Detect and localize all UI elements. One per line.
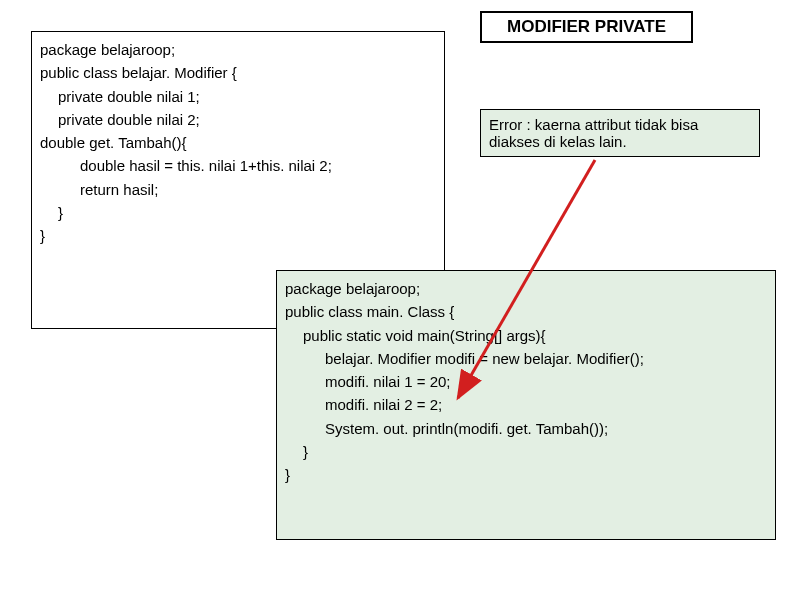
code-line: System. out. println(modifi. get. Tambah… bbox=[285, 417, 767, 440]
code-line: } bbox=[40, 201, 436, 224]
code-line: double get. Tambah(){ bbox=[40, 131, 436, 154]
code-line: } bbox=[285, 440, 767, 463]
code-line: double hasil = this. nilai 1+this. nilai… bbox=[40, 154, 436, 177]
code-line: package belajaroop; bbox=[40, 38, 436, 61]
title-text: MODIFIER PRIVATE bbox=[507, 17, 666, 36]
code-line: public static void main(String[] args){ bbox=[285, 324, 767, 347]
title-box: MODIFIER PRIVATE bbox=[480, 11, 693, 43]
code-line: package belajaroop; bbox=[285, 277, 767, 300]
error-text: Error : kaerna attribut tidak bisa diaks… bbox=[489, 116, 698, 150]
code-line: private double nilai 2; bbox=[40, 108, 436, 131]
code-line: private double nilai 1; bbox=[40, 85, 436, 108]
code-line: modifi. nilai 1 = 20; bbox=[285, 370, 767, 393]
code-line: belajar. Modifier modifi = new belajar. … bbox=[285, 347, 767, 370]
code-line: } bbox=[40, 224, 436, 247]
code-line: public class main. Class { bbox=[285, 300, 767, 323]
code-line: return hasil; bbox=[40, 178, 436, 201]
code-line: public class belajar. Modifier { bbox=[40, 61, 436, 84]
error-box: Error : kaerna attribut tidak bisa diaks… bbox=[480, 109, 760, 157]
code-line: modifi. nilai 2 = 2; bbox=[285, 393, 767, 416]
code-box-2: package belajaroop; public class main. C… bbox=[276, 270, 776, 540]
code-line: } bbox=[285, 463, 767, 486]
